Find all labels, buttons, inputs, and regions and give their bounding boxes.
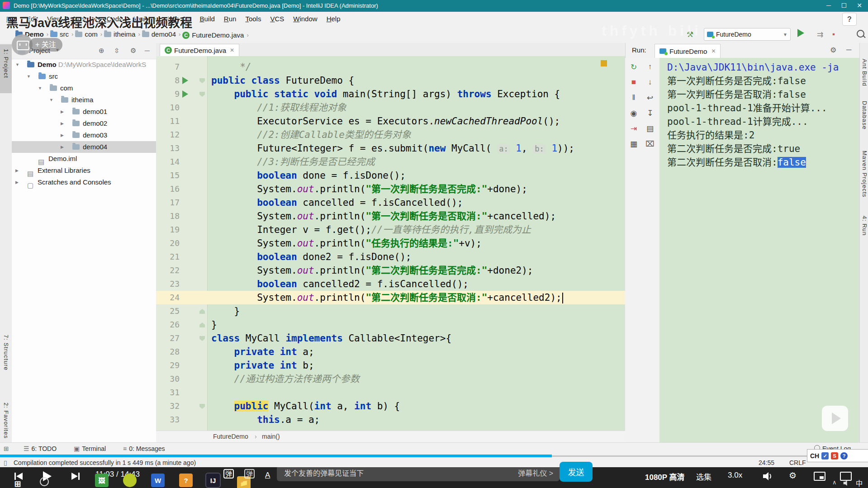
menu-vcs[interactable]: VCS — [266, 12, 289, 26]
fullscreen-icon[interactable] — [840, 472, 852, 481]
floating-play-button[interactable] — [822, 406, 848, 431]
speed-button[interactable]: 3.0x — [728, 471, 742, 480]
close-icon[interactable]: ✕ — [230, 47, 234, 53]
breadcrumb-item[interactable]: demo04› — [142, 30, 181, 38]
stripe-label-run[interactable]: 4: Run — [861, 216, 868, 236]
pip-icon[interactable] — [814, 472, 825, 481]
print-icon[interactable]: ▤ — [643, 124, 657, 133]
stop-icon[interactable]: ■ — [627, 78, 640, 87]
pause-icon[interactable]: ‖ — [627, 93, 640, 102]
tray-volume-icon[interactable] — [843, 480, 850, 486]
minimize-button[interactable]: ─ — [821, 2, 836, 9]
stripe-label-structure[interactable]: 7: Structure — [3, 335, 9, 370]
breadcrumb-class[interactable]: FutureDemo — [213, 433, 248, 440]
run-line-icon[interactable] — [182, 90, 188, 98]
caret-position[interactable]: 24:55 — [759, 459, 774, 466]
search-icon[interactable] — [857, 30, 864, 38]
next-track-icon[interactable] — [71, 471, 81, 481]
breadcrumb-item[interactable]: src› — [50, 30, 73, 38]
tree-item-demo04[interactable]: ▶demo04 — [12, 141, 156, 153]
menu-window[interactable]: Window — [289, 12, 322, 26]
tab-todo[interactable]: ☰6: TODO — [24, 445, 57, 452]
run-line-icon[interactable] — [182, 77, 188, 84]
tree-item-demo02[interactable]: ▶demo02 — [12, 118, 156, 129]
clear-icon[interactable]: ⌧ — [643, 139, 657, 149]
tree-item-demo.iml[interactable]: ▤Demo.iml — [12, 153, 156, 165]
line-separator[interactable]: CRLF — [789, 459, 806, 466]
menu-tools[interactable]: Tools — [241, 12, 266, 26]
breadcrumb-method[interactable]: main() — [262, 433, 280, 440]
sidebar-item-project-active[interactable]: 1: Project — [0, 44, 12, 93]
chevron-down-icon[interactable]: ▼ — [38, 82, 42, 94]
breadcrumb-item[interactable]: com› — [75, 30, 102, 38]
soft-wrap-icon[interactable]: ↩ — [643, 93, 657, 103]
inspection-status-square[interactable] — [601, 60, 607, 66]
editor-tab[interactable]: C FutureDemo.java ✕ — [160, 44, 239, 56]
windows-start-icon[interactable]: ⊞ — [11, 477, 24, 488]
stripe-label-ant-build[interactable]: Ant Build — [861, 59, 868, 86]
tree-item-src[interactable]: ▼src — [12, 71, 156, 82]
help-badge[interactable]: ? — [842, 13, 857, 26]
down-stack-icon[interactable]: ↓ — [643, 78, 657, 87]
stripe-label-database[interactable]: Database — [861, 101, 868, 130]
volume-icon[interactable] — [763, 472, 773, 481]
tray-ime-indicator[interactable]: 中 — [856, 478, 863, 488]
tray-expand-icon[interactable]: ∧ — [832, 479, 837, 486]
intellij-taskbar-icon[interactable]: IJ — [206, 474, 220, 487]
danmaku-style-icon[interactable]: A — [265, 471, 270, 480]
menu-run[interactable]: Run — [219, 12, 241, 26]
tab-terminal[interactable]: ▣Terminal — [74, 445, 106, 452]
close-icon[interactable]: ✕ — [711, 48, 716, 54]
rerun-icon[interactable]: ↻ — [627, 62, 640, 72]
tree-item-demo01[interactable]: ▶demo01 — [12, 106, 156, 118]
player-settings-icon[interactable]: ⚙ — [789, 470, 797, 481]
close-button[interactable]: ✕ — [852, 2, 867, 9]
breadcrumb-item[interactable]: CFutureDemo.java› — [182, 31, 248, 39]
chevron-right-icon[interactable]: ▶ — [15, 176, 19, 188]
stop-icon[interactable]: ▪ — [832, 30, 835, 39]
chevron-right-icon[interactable]: ▶ — [15, 165, 19, 176]
stripe-label-maven[interactable]: Maven Projects — [861, 151, 868, 198]
tree-item-demo03[interactable]: ▶demo03 — [12, 129, 156, 141]
chevron-down-icon[interactable]: ▼ — [27, 71, 31, 82]
danmaku-etiquette-link[interactable]: 弹幕礼仪 > — [518, 466, 553, 481]
run-tab[interactable]: FutureDemo ✕ — [655, 44, 721, 58]
stripe-label-favorites[interactable]: 2: Favorites — [3, 403, 9, 439]
send-button[interactable]: 发送 — [560, 462, 593, 482]
quality-button[interactable]: 1080P 高清 — [645, 471, 685, 482]
tree-item-com[interactable]: ▼com — [12, 82, 156, 94]
chevron-right-icon[interactable]: ▶ — [61, 141, 64, 153]
menu-build[interactable]: Build — [195, 12, 219, 26]
maximize-button[interactable]: ☐ — [836, 2, 852, 9]
taskbar-search-icon[interactable] — [40, 477, 49, 486]
help-app-icon[interactable]: ? — [179, 474, 193, 487]
danmaku-settings-icon[interactable]: 弹 — [244, 469, 255, 479]
scroll-end-icon[interactable]: ↧ — [643, 109, 657, 118]
run-console[interactable]: D:\Java\JDK11\bin\java.exe -ja第一次判断任务是否完… — [659, 58, 859, 442]
breadcrumb-item[interactable]: itheima› — [104, 30, 140, 38]
code-editor[interactable]: 7 */8public class FutureDemo {9 public s… — [156, 56, 625, 431]
hide-panel-icon[interactable]: ─ — [846, 46, 851, 54]
chevron-right-icon[interactable]: ▶ — [61, 129, 64, 141]
episodes-button[interactable]: 选集 — [696, 471, 711, 482]
chevron-down-icon[interactable]: ▼ — [15, 59, 19, 71]
danmaku-on-icon[interactable]: 弹 — [223, 469, 234, 479]
debug-icon[interactable]: ⇉ — [817, 30, 823, 39]
tab-messages[interactable]: ≡0: Messages — [123, 445, 165, 452]
tree-item-demo[interactable]: ▼Demo D:\MyWorkSpace\IdeaWorkS — [12, 59, 156, 71]
image-app-icon[interactable]: 🖼 — [95, 474, 109, 487]
danmaku-input[interactable]: 发个友善的弹幕见证当下 弹幕礼仪 > — [277, 466, 560, 481]
up-stack-icon[interactable]: ↑ — [643, 62, 657, 71]
tool-windows-icon[interactable]: ⊞ — [4, 445, 9, 452]
tree-item-scratches and consoles[interactable]: ▶▢Scratches and Consoles — [12, 176, 156, 188]
screenshot-icon[interactable]: ◉ — [627, 109, 640, 118]
follow-button[interactable]: + 关注 — [29, 38, 62, 52]
chevron-right-icon[interactable]: ▶ — [61, 118, 64, 129]
menu-help[interactable]: Help — [322, 12, 345, 26]
gear-icon[interactable]: ⚙ — [830, 46, 836, 54]
jump-icon[interactable]: ⇥ — [627, 124, 640, 133]
run-button[interactable] — [797, 29, 804, 37]
ime-language-bar[interactable]: CH ✓ S ? — [807, 449, 868, 462]
tree-item-itheima[interactable]: ▼itheima — [12, 94, 156, 106]
wps-app-icon[interactable]: W — [151, 474, 165, 487]
